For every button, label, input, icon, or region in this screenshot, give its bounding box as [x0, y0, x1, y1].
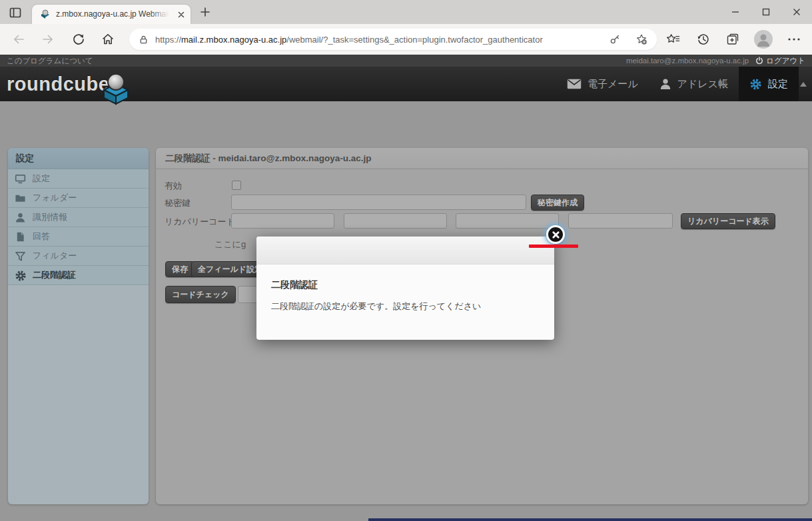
- logout-label: ログアウト: [766, 56, 805, 66]
- collapse-header-arrow[interactable]: [800, 82, 807, 87]
- recovery-code-input-1[interactable]: [231, 213, 334, 229]
- settings-gear-icon: [749, 78, 762, 91]
- save-button[interactable]: 保存: [165, 261, 195, 277]
- add-favorite-icon[interactable]: [635, 33, 647, 45]
- enabled-checkbox[interactable]: [232, 181, 241, 190]
- window-maximize-button[interactable]: [751, 0, 781, 24]
- show-recovery-button[interactable]: リカバリーコード表示: [681, 213, 775, 229]
- url-host: mail.z.mbox.nagoya-u.ac.jp: [181, 35, 286, 45]
- annotation-underline: [529, 245, 578, 248]
- rc-header: roundcube 電子メール アドレス帳 設定: [0, 67, 812, 101]
- panel-title: 二段階認証 - meidai.taro@z.mbox.nagoya-u.ac.j…: [156, 148, 808, 169]
- folder-icon: [15, 193, 26, 204]
- settings-sidebar: 設定 設定 フォルダー 識別情報 回答 フィルター 二段階認証: [8, 148, 149, 504]
- twofactor-dialog: 二段階認証 二段階認証の設定が必要です。設定を行ってください: [256, 237, 554, 340]
- secret-label: 秘密鍵: [165, 197, 191, 209]
- taskbar-edge: [368, 518, 812, 521]
- tab-close-icon[interactable]: [177, 10, 186, 19]
- browser-toolbar: https://mail.z.mbox.nagoya-u.ac.jp/webma…: [0, 24, 812, 55]
- recovery-code-input-2[interactable]: [344, 213, 447, 229]
- identity-icon: [15, 212, 26, 223]
- password-key-icon[interactable]: [609, 33, 621, 45]
- mail-icon: [567, 79, 582, 89]
- enabled-label: 有効: [165, 180, 182, 192]
- account-email: meidai.taro@z.mbox.nagoya-u.ac.jp: [626, 57, 749, 65]
- logout-link[interactable]: ログアウト: [755, 56, 805, 66]
- check-code-button[interactable]: コードチェック: [165, 286, 236, 303]
- sidebar-title: 設定: [8, 148, 149, 169]
- addressbook-person-icon: [659, 78, 671, 90]
- sidebar-item-identities[interactable]: 識別情報: [8, 208, 149, 227]
- window-close-button[interactable]: [781, 0, 812, 24]
- home-icon[interactable]: [101, 33, 115, 46]
- window-minimize-button[interactable]: [720, 0, 751, 24]
- tab-title-fade: [149, 5, 169, 23]
- new-tab-button[interactable]: [200, 7, 210, 17]
- forward-icon[interactable]: [41, 33, 55, 46]
- history-icon[interactable]: [697, 33, 710, 46]
- dialog-titlebar: [256, 237, 554, 264]
- about-link[interactable]: このプログラムについて: [7, 56, 93, 66]
- browser-titlebar: z.mbox.nagoya-u.ac.jp Webmail :: [0, 0, 812, 24]
- collections-icon[interactable]: [726, 33, 739, 46]
- lock-icon: [139, 35, 149, 45]
- rc-nav: 電子メール アドレス帳 設定: [556, 67, 812, 101]
- recovery-code-input-3[interactable]: [456, 213, 559, 229]
- recovery-label: リカバリーコード: [165, 216, 235, 228]
- dialog-title: 二段階認証: [271, 279, 540, 291]
- sidebar-item-filters[interactable]: フィルター: [8, 247, 149, 266]
- window-controls: [720, 0, 812, 24]
- browser-menu-icon[interactable]: [787, 37, 801, 50]
- power-icon: [755, 57, 763, 65]
- site-favicon: [40, 9, 51, 19]
- address-bar[interactable]: https://mail.z.mbox.nagoya-u.ac.jp/webma…: [129, 29, 657, 50]
- dialog-close-icon[interactable]: [546, 225, 565, 244]
- tab-actions-icon[interactable]: [9, 6, 22, 19]
- gear-icon: [15, 270, 26, 281]
- favorites-bar-icon[interactable]: [666, 33, 679, 46]
- create-secret-button[interactable]: 秘密鍵作成: [531, 195, 584, 211]
- sidebar-item-preferences[interactable]: 設定: [8, 169, 149, 189]
- rc-topbar: このプログラムについて meidai.taro@z.mbox.nagoya-u.…: [0, 55, 812, 67]
- display-icon: [15, 173, 26, 185]
- recovery-code-input-4[interactable]: [568, 213, 673, 229]
- nav-addressbook[interactable]: アドレス帳: [649, 67, 739, 101]
- filter-icon: [15, 251, 26, 262]
- back-icon[interactable]: [12, 33, 25, 46]
- browser-tab[interactable]: z.mbox.nagoya-u.ac.jp Webmail :: [32, 5, 191, 24]
- roundcube-cube-icon: [99, 68, 133, 105]
- document-icon: [15, 231, 26, 243]
- sidebar-item-folders[interactable]: フォルダー: [8, 189, 149, 208]
- dialog-message: 二段階認証の設定が必要です。設定を行ってください: [271, 300, 540, 312]
- refresh-icon[interactable]: [72, 33, 85, 46]
- url-text: https://mail.z.mbox.nagoya-u.ac.jp/webma…: [155, 35, 543, 45]
- hint-text: ここにg: [214, 239, 246, 251]
- nav-settings[interactable]: 設定: [739, 67, 799, 101]
- profile-avatar[interactable]: [754, 30, 773, 49]
- sidebar-item-twofactor[interactable]: 二段階認証: [8, 266, 149, 285]
- nav-mail[interactable]: 電子メール: [556, 67, 649, 101]
- roundcube-logo: roundcube: [7, 73, 109, 95]
- secret-input[interactable]: [231, 195, 526, 210]
- sidebar-item-responses[interactable]: 回答: [8, 227, 149, 247]
